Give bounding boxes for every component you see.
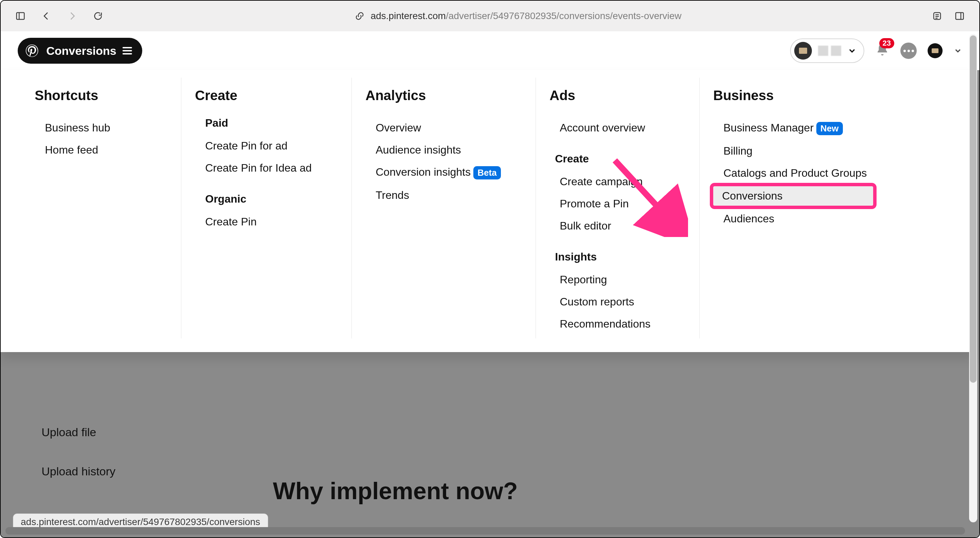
horizontal-scroll-thumb[interactable] [5, 527, 965, 535]
menu-item-business-manager[interactable]: Business ManagerNew [713, 117, 873, 140]
menu-item-home-feed[interactable]: Home feed [35, 139, 150, 161]
chevron-down-icon [847, 46, 857, 56]
menu-col-analytics: Analytics Overview Audience insights Con… [366, 78, 522, 338]
pinterest-icon [24, 43, 40, 59]
col-title-ads: Ads [550, 88, 669, 103]
menu-item-create-pin-idea-ad[interactable]: Create Pin for Idea ad [195, 157, 321, 179]
col-title-business: Business [713, 88, 873, 103]
reader-icon[interactable] [931, 10, 943, 22]
menu-item-audiences[interactable]: Audiences [713, 208, 873, 230]
menu-item-conversion-insights[interactable]: Conversion insightsBeta [366, 161, 505, 184]
app-header: Conversions 23 [1, 31, 979, 70]
menu-item-promote-pin[interactable]: Promote a Pin [550, 193, 669, 215]
vertical-scroll-thumb[interactable] [970, 35, 977, 383]
menu-col-ads: Ads Account overview Create Create campa… [550, 78, 686, 338]
pill-label: Conversions [46, 44, 116, 57]
page-heading: Why implement now? [273, 477, 517, 504]
menu-item-create-pin[interactable]: Create Pin [195, 211, 321, 233]
svg-rect-0 [17, 13, 24, 19]
menu-item-bulk-editor[interactable]: Bulk editor [550, 215, 669, 237]
background-sidebar: Upload file Upload history [28, 420, 129, 484]
menu-col-shortcuts: Shortcuts Business hub Home feed [35, 78, 167, 338]
reload-icon[interactable] [92, 10, 104, 22]
conversions-menu-button[interactable]: Conversions [18, 38, 142, 64]
messages-button[interactable] [900, 43, 917, 59]
app-window: ads.pinterest.com/advertiser/54976780293… [0, 0, 980, 538]
subheading-organic: Organic [205, 193, 321, 205]
divider [181, 78, 181, 338]
horizontal-scrollbar[interactable] [5, 527, 975, 535]
menu-item-account-overview[interactable]: Account overview [550, 117, 669, 139]
notifications-button[interactable]: 23 [875, 43, 889, 59]
sidebar-item-upload-file[interactable]: Upload file [28, 420, 129, 445]
menu-item-audience-insights[interactable]: Audience insights [366, 139, 505, 161]
link-icon [353, 10, 366, 22]
url-path: /advertiser/549767802935/conversions/eve… [446, 11, 682, 21]
col-title-analytics: Analytics [366, 88, 505, 103]
menu-item-overview[interactable]: Overview [366, 117, 505, 139]
url-host: ads.pinterest.com [371, 11, 446, 21]
divider [699, 78, 700, 338]
menu-item-catalogs[interactable]: Catalogs and Product Groups [713, 162, 873, 184]
vertical-scrollbar[interactable] [969, 34, 977, 522]
sidebar-item-upload-history[interactable]: Upload history [28, 459, 129, 484]
account-name-redacted [818, 46, 841, 56]
menu-item-trends[interactable]: Trends [366, 184, 505, 206]
menu-item-business-hub[interactable]: Business hub [35, 117, 150, 139]
account-switcher[interactable] [790, 38, 864, 63]
hamburger-icon [123, 47, 132, 54]
menu-item-recommendations[interactable]: Recommendations [550, 313, 669, 335]
subheading-ads-insights: Insights [555, 251, 669, 263]
subheading-paid: Paid [205, 117, 321, 129]
menu-item-reporting[interactable]: Reporting [550, 269, 669, 291]
menu-item-create-campaign[interactable]: Create campaign [550, 171, 669, 193]
notification-badge: 23 [879, 38, 894, 48]
svg-rect-6 [956, 13, 964, 19]
menu-item-create-pin-ad[interactable]: Create Pin for ad [195, 135, 321, 157]
sidebar-toggle-icon[interactable] [14, 10, 27, 22]
menu-item-conversions-highlighted[interactable]: Conversions [710, 183, 877, 209]
profile-avatar[interactable] [928, 43, 943, 58]
divider [536, 78, 536, 338]
subheading-ads-create: Create [555, 153, 669, 165]
browser-toolbar: ads.pinterest.com/advertiser/54976780293… [1, 1, 979, 31]
menu-item-billing[interactable]: Billing [713, 140, 873, 162]
menu-col-business: Business Business ManagerNew Billing Cat… [713, 78, 890, 338]
forward-icon [66, 10, 78, 22]
avatar [794, 42, 812, 60]
col-title-create: Create [195, 88, 321, 103]
panels-icon[interactable] [953, 10, 966, 22]
back-icon[interactable] [40, 10, 52, 22]
divider [352, 78, 352, 338]
url-bar[interactable]: ads.pinterest.com/advertiser/54976780293… [371, 11, 682, 21]
col-title-shortcuts: Shortcuts [35, 88, 150, 103]
menu-col-create: Create Paid Create Pin for ad Create Pin… [195, 78, 338, 338]
menu-item-custom-reports[interactable]: Custom reports [550, 291, 669, 313]
chevron-down-icon[interactable] [953, 46, 962, 55]
mega-menu: Shortcuts Business hub Home feed Create … [1, 70, 975, 352]
